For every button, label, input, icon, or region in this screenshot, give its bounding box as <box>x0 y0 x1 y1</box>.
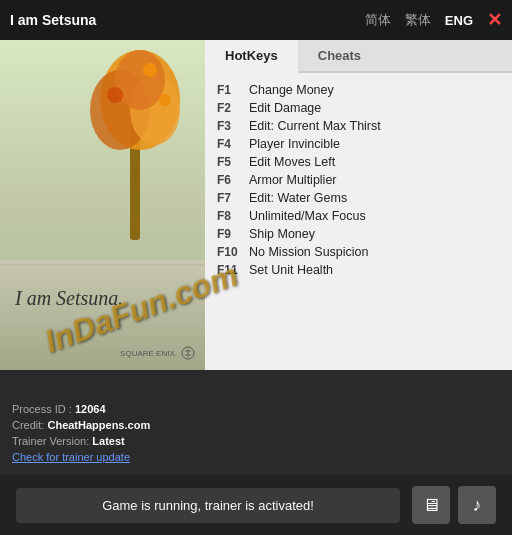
right-panel: HotKeys Cheats F1Change MoneyF2Edit Dama… <box>205 40 512 370</box>
game-publisher: SQUARE ENIX. <box>120 346 195 360</box>
hotkey-label: No Mission Suspicion <box>249 245 369 259</box>
close-button[interactable]: ✕ <box>487 11 502 29</box>
tab-cheats[interactable]: Cheats <box>298 40 381 71</box>
hotkey-list: F1Change MoneyF2Edit DamageF3Edit: Curre… <box>205 73 512 370</box>
hotkey-label: Edit Moves Left <box>249 155 335 169</box>
credit-label: Credit: <box>12 419 44 431</box>
hotkey-key: F6 <box>217 173 249 187</box>
hotkey-label: Edit: Water Gems <box>249 191 347 205</box>
publisher-logo-icon <box>181 346 195 360</box>
hotkey-item: F1Change Money <box>217 81 500 99</box>
process-label: Process ID : <box>12 403 72 415</box>
status-message: Game is running, trainer is activated! <box>16 488 400 523</box>
hotkey-item: F4Player Invincible <box>217 135 500 153</box>
hotkey-item: F5Edit Moves Left <box>217 153 500 171</box>
hotkey-label: Change Money <box>249 83 334 97</box>
monitor-icon: 🖥 <box>422 495 440 516</box>
hotkey-key: F1 <box>217 83 249 97</box>
credit-value: CheatHappens.com <box>47 419 150 431</box>
monitor-icon-button[interactable]: 🖥 <box>412 486 450 524</box>
status-icons: 🖥 ♪ <box>412 486 496 524</box>
tab-bar: HotKeys Cheats <box>205 40 512 73</box>
music-icon: ♪ <box>473 495 482 516</box>
game-image: I am Setsuna. SQUARE ENIX. <box>0 40 205 370</box>
hotkey-key: F2 <box>217 101 249 115</box>
credit-row: Credit: CheatHappens.com <box>12 419 193 431</box>
hotkey-key: F9 <box>217 227 249 241</box>
hotkey-key: F11 <box>217 263 249 277</box>
hotkey-item: F7Edit: Water Gems <box>217 189 500 207</box>
hotkey-label: Edit: Current Max Thirst <box>249 119 381 133</box>
hotkey-key: F8 <box>217 209 249 223</box>
music-icon-button[interactable]: ♪ <box>458 486 496 524</box>
update-link-row: Check for trainer update <box>12 451 193 463</box>
app-title: I am Setsuna <box>10 12 96 28</box>
trainer-version-label: Trainer Version: <box>12 435 89 447</box>
publisher-text: SQUARE ENIX. <box>120 349 177 358</box>
lang-english[interactable]: ENG <box>445 13 473 28</box>
hotkey-item: F3Edit: Current Max Thirst <box>217 117 500 135</box>
main-content: I am Setsuna. SQUARE ENIX. HotKeys Cheat… <box>0 40 512 370</box>
hotkey-key: F7 <box>217 191 249 205</box>
hotkey-item: F9Ship Money <box>217 225 500 243</box>
hotkey-key: F10 <box>217 245 249 259</box>
trainer-version-value: Latest <box>92 435 124 447</box>
hotkey-label: Ship Money <box>249 227 315 241</box>
title-bar-controls: 简体 繁体 ENG ✕ <box>365 11 502 29</box>
status-bar: Game is running, trainer is activated! 🖥… <box>0 475 512 535</box>
hotkey-label: Armor Multiplier <box>249 173 337 187</box>
lang-traditional[interactable]: 繁体 <box>405 11 431 29</box>
process-value: 12064 <box>75 403 106 415</box>
bottom-info-panel: Process ID : 12064 Credit: CheatHappens.… <box>0 395 205 475</box>
hotkey-key: F4 <box>217 137 249 151</box>
hotkey-item: F11Set Unit Health <box>217 261 500 279</box>
hotkey-key: F3 <box>217 119 249 133</box>
title-bar: I am Setsuna 简体 繁体 ENG ✕ <box>0 0 512 40</box>
hotkey-item: F2Edit Damage <box>217 99 500 117</box>
process-row: Process ID : 12064 <box>12 403 193 415</box>
game-title-text: I am Setsuna. <box>15 287 123 310</box>
game-image-overlay: I am Setsuna. <box>0 40 205 370</box>
hotkey-label: Edit Damage <box>249 101 321 115</box>
check-update-link[interactable]: Check for trainer update <box>12 451 130 463</box>
hotkey-item: F10No Mission Suspicion <box>217 243 500 261</box>
hotkey-label: Set Unit Health <box>249 263 333 277</box>
tab-hotkeys[interactable]: HotKeys <box>205 40 298 73</box>
trainer-version-row: Trainer Version: Latest <box>12 435 193 447</box>
hotkey-item: F6Armor Multiplier <box>217 171 500 189</box>
hotkey-label: Player Invincible <box>249 137 340 151</box>
lang-simplified[interactable]: 简体 <box>365 11 391 29</box>
hotkey-key: F5 <box>217 155 249 169</box>
hotkey-item: F8Unlimited/Max Focus <box>217 207 500 225</box>
hotkey-label: Unlimited/Max Focus <box>249 209 366 223</box>
